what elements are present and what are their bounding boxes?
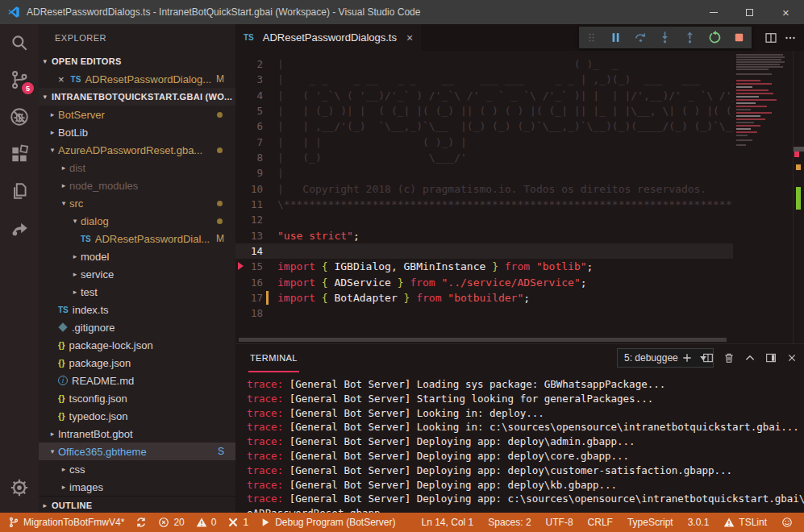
tree-item-dialog[interactable]: ▾dialog [39, 212, 235, 230]
status-item-sync[interactable] [135, 517, 147, 528]
activity-item-debug-disabled[interactable] [0, 98, 39, 135]
status-item-1[interactable]: 1 [227, 517, 248, 528]
tree-item-model[interactable]: ▸model [39, 247, 235, 265]
code-editor[interactable]: 2| ( )_ _3| _ _ _ __ _ _ __ ___ ___ _ _ … [235, 51, 804, 343]
tree-item-botlib[interactable]: ▸BotLib [39, 123, 235, 141]
tree-item-package-json[interactable]: {}package.json [39, 354, 235, 372]
tree-item-src[interactable]: ▾src [39, 194, 235, 212]
code-line-14[interactable]: 14 [235, 243, 804, 259]
code-line-18[interactable]: 18 [235, 305, 804, 321]
status-item-20[interactable]: 20 [158, 517, 184, 528]
code-text: | Copyright 2018 (c) pragmatismo.io. Tod… [277, 183, 804, 195]
tree-item-test[interactable]: ▸test [39, 283, 235, 301]
new-terminal-button[interactable] [678, 348, 696, 368]
line-number: 9 [235, 167, 277, 179]
code-line-4[interactable]: 4| ( '_`\ ( '__)/'_` ) /'_`\ /' _ ` _ `\… [235, 88, 804, 103]
code-line-2[interactable]: 2| ( )_ _ [235, 56, 804, 72]
pause-button[interactable] [606, 27, 627, 48]
tree-item-service[interactable]: ▸service [39, 265, 235, 283]
tree-item-adresetpassworddial-[interactable]: TSADResetPasswordDial...M [39, 230, 235, 247]
split-terminal-button[interactable] [699, 348, 717, 368]
code-line-17[interactable]: 17import { BotAdapter } from "botbuilder… [235, 290, 804, 305]
tree-item-office365-gbtheme[interactable]: ▾Office365.gbthemeS [39, 443, 235, 460]
code-text: | ( '_`\ ( '__)/'_` ) /'_`\ /' _ ` _ `\ … [277, 89, 804, 102]
terminal-output[interactable]: trace: [General Bot Server] Loading sys … [235, 373, 804, 513]
workspace-header[interactable]: ▾ INTRANETBOTQUICKSTART.GBAI (WO... [39, 88, 235, 106]
code-line-16[interactable]: 16import { ADService } from "../service/… [235, 275, 804, 290]
status-item-debug-program-botserver-[interactable]: Debug Program (BotServer) [260, 517, 395, 528]
tree-item-index-ts[interactable]: TSindex.ts [39, 301, 235, 318]
code-line-7[interactable]: 7| | | ( )_) | [235, 135, 804, 150]
activity-item-source-control[interactable]: 5 [0, 61, 39, 98]
editor-area: TS ADResetPasswordDialogs.ts × 2| ( )_ _… [235, 24, 804, 513]
split-editor-button[interactable] [764, 31, 778, 45]
horizontal-scrollbar[interactable] [239, 338, 727, 342]
activity-item-documents[interactable] [0, 172, 39, 210]
tree-item-node-modules[interactable]: ▸node_modules [39, 177, 235, 194]
tree-item-botserver[interactable]: ▸BotServer [39, 106, 235, 123]
code-line-11[interactable]: 11\*************************************… [235, 197, 804, 212]
maximize-button[interactable] [731, 0, 768, 24]
code-line-9[interactable]: 9| [235, 165, 804, 181]
tree-item-label: .gitignore [72, 322, 115, 334]
code-line-3[interactable]: 3| _ _ _ __ _ _ __ ___ ___ _ _ | ,_)(_) … [235, 72, 804, 87]
drag-grip-button[interactable] [581, 27, 602, 48]
tree-item-package-lock-json[interactable]: {}package-lock.json [39, 336, 235, 354]
tree-item-typedoc-json[interactable]: {}typedoc.json [39, 407, 235, 425]
code-line-8[interactable]: 8| (_) \___/' [235, 150, 804, 165]
maximize-panel-button[interactable] [741, 348, 759, 368]
code-line-6[interactable]: 6| | ,__/'(_) `\__,_)`\__ |(_) (_) (_)`\… [235, 118, 804, 134]
line-number: 7 [235, 136, 277, 148]
code-line-12[interactable]: 12 [235, 212, 804, 227]
stop-button[interactable] [729, 27, 750, 48]
status-item-0[interactable]: 0 [196, 517, 217, 528]
editor-tab[interactable]: TS ADResetPasswordDialogs.ts × [235, 24, 421, 51]
tree-item--gitignore[interactable]: .gitignore [39, 318, 235, 336]
activity-item-search[interactable] [0, 24, 39, 61]
minimize-button[interactable] [695, 0, 731, 24]
tree-item-azureadpasswordreset-gba-[interactable]: ▾AzureADPasswordReset.gba... [39, 141, 235, 159]
tree-item-css[interactable]: ▸css [39, 460, 235, 478]
close-button[interactable]: × [768, 0, 804, 24]
code-line-13[interactable]: 13"use strict"; [235, 228, 804, 243]
minimap[interactable] [733, 51, 793, 343]
tree-item-dist[interactable]: ▸dist [39, 159, 235, 177]
code-text: | | (_) )| | ( (_| |( (_) || ( ) ( ) |( … [277, 105, 804, 117]
close-tab-icon[interactable]: × [406, 31, 413, 44]
activity-item-extensions[interactable] [0, 135, 39, 172]
tree-item-intranetbot-gbot[interactable]: ▸IntranetBot.gbot [39, 425, 235, 443]
status-item-label: UTF-8 [546, 517, 573, 528]
tree-item-images[interactable]: ▸images [39, 478, 235, 496]
step-out-button[interactable] [680, 27, 701, 48]
status-item-ln-14-col-1[interactable]: Ln 14, Col 1 [422, 517, 474, 528]
step-over-button[interactable] [630, 27, 651, 48]
tree-item-label: test [81, 286, 98, 298]
activity-item-settings-gear[interactable] [0, 469, 39, 506]
code-line-15[interactable]: 15import { IGBDialog, GBMinInstance } fr… [235, 259, 804, 274]
activity-item-share[interactable] [0, 210, 39, 247]
code-line-5[interactable]: 5| | (_) )| | ( (_| |( (_) || ( ) ( ) |(… [235, 103, 804, 118]
status-item-typescript[interactable]: TypeScript [627, 517, 673, 528]
close-panel-button[interactable] [783, 348, 801, 368]
code-line-10[interactable]: 10| Copyright 2018 (c) pragmatismo.io. T… [235, 181, 804, 197]
status-item-3-0-1[interactable]: 3.0.1 [688, 517, 710, 528]
open-editor-item[interactable]: × TS ADResetPasswordDialog... M [39, 70, 235, 88]
status-item-smiley[interactable] [781, 517, 793, 528]
step-into-button[interactable] [655, 27, 676, 48]
status-item-tslint[interactable]: TSLint [723, 517, 767, 528]
terminal-tab[interactable]: TERMINAL [248, 344, 299, 372]
status-item-spaces-2[interactable]: Spaces: 2 [488, 517, 531, 528]
open-editors-header[interactable]: ▾ OPEN EDITORS [39, 52, 235, 70]
restart-button[interactable] [704, 27, 725, 48]
toggle-panel-button[interactable] [762, 348, 780, 368]
status-item-crlf[interactable]: CRLF [588, 517, 613, 528]
kill-terminal-button[interactable] [720, 348, 738, 368]
outline-header[interactable]: ▸ OUTLINE [39, 496, 235, 513]
close-editor-icon[interactable]: × [58, 73, 65, 85]
status-item-migrationtobotfmwv4-[interactable]: MigrationToBotFmwV4* [8, 517, 124, 528]
status-item-utf-8[interactable]: UTF-8 [546, 517, 573, 528]
code-text: | [277, 167, 804, 179]
tree-item-tsconfig-json[interactable]: {}tsconfig.json [39, 389, 235, 407]
tree-item-readme-md[interactable]: iREADME.md [39, 372, 235, 389]
more-actions-button[interactable] [783, 31, 798, 45]
